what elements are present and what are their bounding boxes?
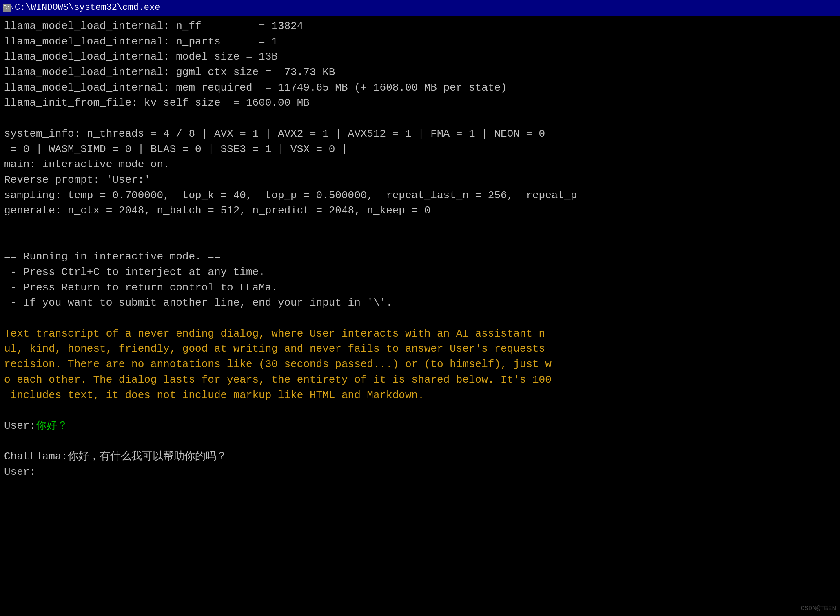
terminal-line: llama_model_load_internal: n_ff = 13824 <box>4 19 836 34</box>
terminal-line: ul, kind, honest, friendly, good at writ… <box>4 341 836 357</box>
terminal-line: o each other. The dialog lasts for years… <box>4 372 836 388</box>
terminal-line: Reverse prompt: 'User:' <box>4 173 836 188</box>
terminal-line: sampling: temp = 0.700000, top_k = 40, t… <box>4 188 836 204</box>
cmd-icon: C:\ <box>3 4 11 12</box>
terminal-line: llama_model_load_internal: ggml ctx size… <box>4 65 836 80</box>
terminal-line: includes text, it does not include marku… <box>4 388 836 403</box>
terminal-line: User: <box>4 465 836 480</box>
terminal-empty-line <box>4 219 836 234</box>
terminal-line: = 0 | WASM_SIMD = 0 | BLAS = 0 | SSE3 = … <box>4 142 836 157</box>
terminal-line: - If you want to submit another line, en… <box>4 295 836 311</box>
terminal-line: llama_model_load_internal: mem required … <box>4 80 836 96</box>
terminal-line: ChatLlama:你好，有什么我可以帮助你的吗？ <box>4 449 836 465</box>
terminal-line: recision. There are no annotations like … <box>4 357 836 372</box>
terminal-line: llama_model_load_internal: n_parts = 1 <box>4 34 836 50</box>
terminal-line: - Press Return to return control to LLaM… <box>4 280 836 296</box>
terminal-empty-line <box>4 434 836 450</box>
terminal-line: Text transcript of a never ending dialog… <box>4 326 836 342</box>
terminal-empty-line <box>4 311 836 326</box>
terminal-line: main: interactive mode on. <box>4 157 836 173</box>
title-bar: C:\ C:\WINDOWS\system32\cmd.exe <box>0 0 840 16</box>
terminal-line: User:你好？ <box>4 419 836 434</box>
terminal-line: - Press Ctrl+C to interject at any time. <box>4 265 836 280</box>
terminal-empty-line <box>4 111 836 126</box>
watermark: CSDN@TBEN <box>801 604 836 614</box>
terminal-content[interactable]: llama_model_load_internal: n_ff = 13824l… <box>0 16 840 616</box>
line-suffix: 你好？ <box>36 420 68 432</box>
terminal-line: llama_init_from_file: kv self size = 160… <box>4 95 836 111</box>
terminal-empty-line <box>4 234 836 250</box>
line-base: User: <box>4 420 36 432</box>
window: C:\ C:\WINDOWS\system32\cmd.exe llama_mo… <box>0 0 840 616</box>
terminal-line: == Running in interactive mode. == <box>4 249 836 265</box>
terminal-empty-line <box>4 403 836 419</box>
window-title: C:\WINDOWS\system32\cmd.exe <box>15 1 160 14</box>
terminal-line: llama_model_load_internal: model size = … <box>4 49 836 65</box>
terminal-line: system_info: n_threads = 4 / 8 | AVX = 1… <box>4 126 836 142</box>
terminal-line: generate: n_ctx = 2048, n_batch = 512, n… <box>4 203 836 219</box>
